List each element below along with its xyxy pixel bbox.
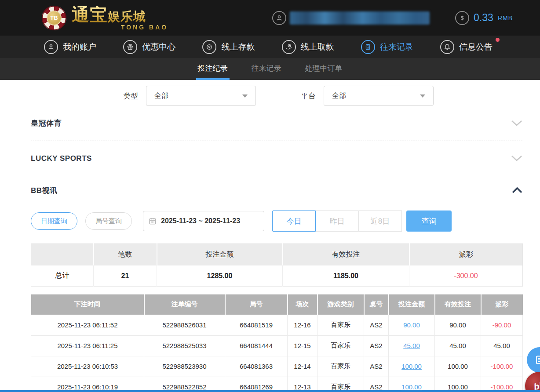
platform-filter-label: 平台	[301, 91, 316, 101]
date-query-button[interactable]: 日期查询	[31, 212, 77, 230]
gift-icon	[123, 40, 137, 54]
chip-label: TB	[47, 11, 62, 25]
dollar-icon	[455, 11, 469, 25]
brand-name: 通宝娱乐城	[72, 6, 168, 23]
date-range-value: 2025-11-23 ~ 2025-11-23	[161, 217, 240, 225]
order-id: 522988525033	[144, 335, 225, 356]
bottom-accent-line	[0, 390, 540, 392]
summary-header-bet-amount: 投注金额	[157, 244, 283, 265]
bet-time: 2025-11-23 06:11:52	[31, 315, 144, 335]
game-type: 百家乐	[317, 356, 364, 377]
user-area: 0.33 RMB	[272, 11, 513, 25]
session: 12-15	[288, 335, 317, 356]
nav-item-my-account[interactable]: 我的账户	[44, 40, 96, 54]
quick-date-group: 今日 昨日 近8日	[272, 211, 402, 232]
query-controls: 日期查询 局号查询 2025-11-23 ~ 2025-11-23 今日 昨日 …	[31, 211, 522, 232]
session: 12-14	[288, 356, 317, 377]
summary-total-row: 总计 21 1285.00 1185.00 -300.00	[31, 265, 523, 287]
filter-row: 类型 全部 平台 全部	[123, 86, 522, 106]
nav-item-promotions[interactable]: 优惠中心	[123, 40, 175, 54]
balance-currency: RMB	[498, 15, 513, 22]
tab-transaction-records[interactable]: 往来记录	[250, 58, 283, 80]
section-crown-sports[interactable]: 皇冠体育	[31, 106, 522, 141]
table-row: 2025-11-23 06:11:52 522988526031 6640815…	[31, 315, 523, 335]
platform-select[interactable]: 全部	[324, 86, 434, 106]
game-type: 百家乐	[317, 315, 364, 335]
chevron-down-icon	[420, 94, 425, 98]
table-header-row: 下注时间 注单编号 局号 场次 游戏类别 桌号 投注金额 有效投注 派彩	[31, 294, 523, 315]
session: 12-16	[288, 315, 317, 335]
summary-bet-amount: 1285.00	[157, 265, 283, 287]
header-round-id: 局号	[225, 294, 288, 315]
game-type: 百家乐	[317, 335, 364, 356]
section-bb-live[interactable]: BB视讯	[31, 176, 522, 204]
summary-count: 21	[94, 265, 157, 287]
header-table-no: 桌号	[364, 294, 389, 315]
table-row: 2025-11-23 06:10:53 522988523930 6640813…	[31, 356, 523, 377]
notification-dot	[496, 38, 500, 42]
table-row: 2025-11-23 06:10:19 522988522852 6640812…	[31, 377, 523, 392]
round-id: 664081444	[225, 335, 288, 356]
table-no: AS2	[364, 356, 389, 377]
search-button[interactable]: 查询	[406, 211, 452, 232]
tab-pending-orders[interactable]: 处理中订单	[303, 58, 344, 80]
username-redacted	[290, 11, 430, 25]
round-query-button[interactable]: 局号查询	[85, 212, 132, 230]
bet-time: 2025-11-23 06:11:25	[31, 335, 144, 356]
round-id: 664081363	[225, 356, 288, 377]
records-icon	[361, 40, 375, 54]
summary-payout: -300.00	[409, 265, 523, 287]
summary-header-payout: 派彩	[409, 244, 523, 265]
top-bar: TB 通宝娱乐城 TONG BAO 0.33 RMB	[0, 0, 540, 36]
bell-icon	[440, 40, 454, 54]
nav-item-announcements[interactable]: 信息公告	[440, 40, 493, 54]
summary-total-label: 总计	[31, 265, 94, 287]
nav-item-transaction-records[interactable]: 往来记录	[361, 40, 413, 54]
summary-header-row: 笔数 投注金额 有效投注 派彩	[31, 244, 523, 265]
header-session: 场次	[288, 294, 317, 315]
nav-item-withdraw[interactable]: 线上取款	[282, 40, 334, 54]
bet-amount-link[interactable]: 100.00	[401, 363, 422, 370]
table-no: AS2	[364, 335, 389, 356]
order-id: 522988522852	[144, 377, 225, 392]
valid-bet: 100.00	[435, 377, 481, 392]
payout: -90.00	[481, 315, 523, 335]
type-select[interactable]: 全部	[146, 86, 256, 106]
calendar-icon	[149, 217, 157, 225]
tab-bet-records[interactable]: 投注纪录	[196, 58, 230, 80]
summary-valid-bet: 1185.00	[283, 265, 409, 287]
date-range-picker[interactable]: 2025-11-23 ~ 2025-11-23	[143, 211, 264, 231]
nav-item-deposit[interactable]: 线上存款	[202, 40, 255, 54]
bet-amount-link[interactable]: 45.00	[403, 342, 420, 349]
bet-time: 2025-11-23 06:10:53	[31, 356, 144, 377]
valid-bet: 90.00	[435, 315, 481, 335]
chevron-down-icon	[511, 120, 522, 127]
bet-records-table: 下注时间 注单编号 局号 场次 游戏类别 桌号 投注金额 有效投注 派彩 202…	[31, 294, 523, 392]
chevron-up-icon	[512, 187, 522, 193]
table-row: 2025-11-23 06:11:25 522988525033 6640814…	[31, 335, 523, 356]
main-nav: 我的账户 优惠中心 线上存款 线上取款	[0, 36, 540, 58]
casino-chip-icon: TB	[42, 6, 66, 30]
main-content: 类型 全部 平台 全部 皇冠体育 LUCKY SPORTS BB视讯 日期查询 …	[0, 86, 540, 392]
summary-table: 笔数 投注金额 有效投注 派彩 总计 21 1285.00 1185.00 -3…	[31, 243, 523, 287]
section-lucky-sports[interactable]: LUCKY SPORTS	[31, 141, 522, 176]
bet-amount-link[interactable]: 100.00	[401, 383, 422, 391]
today-button[interactable]: 今日	[272, 211, 316, 232]
summary-header-blank	[31, 244, 94, 265]
bet-time: 2025-11-23 06:10:19	[31, 377, 144, 392]
payout: -100.00	[481, 377, 523, 392]
order-id: 522988526031	[144, 315, 225, 335]
round-id: 664081519	[225, 315, 288, 335]
bet-amount-link[interactable]: 90.00	[403, 321, 420, 329]
nav-label: 我的账户	[63, 41, 96, 53]
header-payout: 派彩	[481, 294, 523, 315]
user-avatar-icon	[272, 11, 286, 25]
last-8-days-button[interactable]: 近8日	[358, 211, 402, 232]
nav-label: 线上存款	[221, 41, 255, 53]
brand-logo[interactable]: TB 通宝娱乐城 TONG BAO	[42, 6, 168, 30]
yesterday-button[interactable]: 昨日	[315, 211, 359, 232]
summary-header-count: 笔数	[94, 244, 157, 265]
table-no: AS2	[364, 377, 389, 392]
record-tabs: 投注纪录 往来记录 处理中订单	[0, 58, 540, 80]
header-order-id: 注单编号	[144, 294, 225, 315]
